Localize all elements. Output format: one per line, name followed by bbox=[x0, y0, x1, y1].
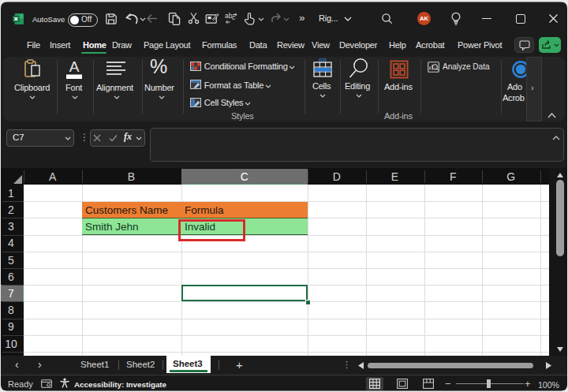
svg-text:A: A bbox=[69, 58, 80, 75]
